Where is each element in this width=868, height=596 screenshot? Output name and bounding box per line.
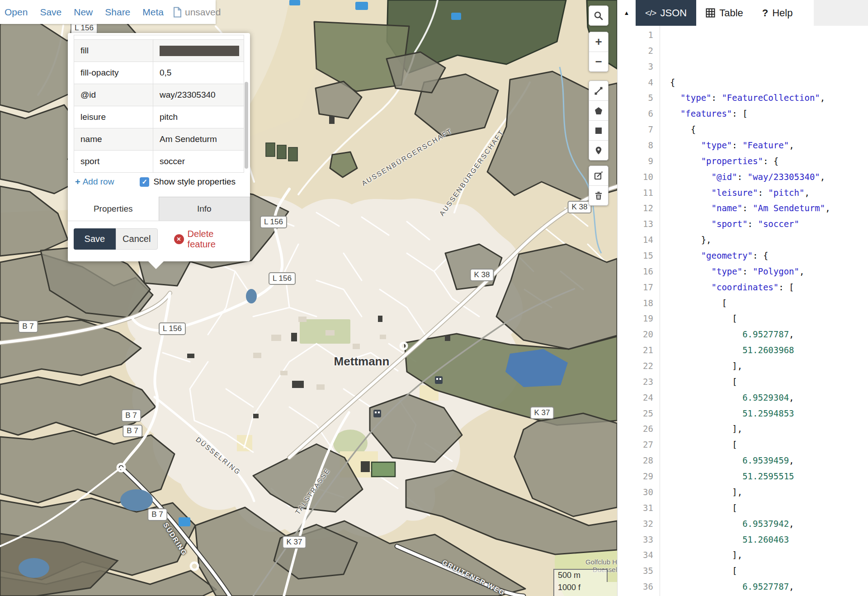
menu-open[interactable]: Open xyxy=(5,7,28,18)
code-line: 6.9539459, xyxy=(670,453,868,468)
code-line: [ xyxy=(670,563,868,579)
scale-control: 500 m 1000 f xyxy=(553,569,617,596)
line-number: 10 xyxy=(618,169,653,185)
line-number: 35 xyxy=(618,563,653,579)
property-row: fill xyxy=(74,40,244,62)
property-value-text: pitch xyxy=(160,112,178,122)
line-number: 26 xyxy=(618,421,653,437)
property-row: name Am Sendeturm xyxy=(74,128,244,151)
draw-rectangle-button[interactable] xyxy=(589,121,608,141)
collapse-panel-button[interactable]: ▲ xyxy=(618,0,636,26)
property-key-cell[interactable]: @id xyxy=(74,84,153,106)
delete-feature-button[interactable]: ✕ Delete feature xyxy=(174,229,244,250)
zoom-control-group: + − xyxy=(589,32,609,72)
properties-table: fill fill-opacity 0,5 @id way/23305340 xyxy=(74,35,244,173)
draw-line-button[interactable] xyxy=(589,81,608,101)
code-line: [ xyxy=(670,295,868,311)
property-value-cell[interactable]: 0,5 xyxy=(153,62,244,84)
code-line: 51.2603968 xyxy=(670,342,868,358)
property-row: leisure pitch xyxy=(74,106,244,128)
line-number: 2 xyxy=(618,43,653,59)
save-button[interactable]: Save xyxy=(74,228,116,250)
cancel-button[interactable]: Cancel xyxy=(116,228,158,250)
line-number: 9 xyxy=(618,153,653,169)
line-number: 15 xyxy=(618,248,653,264)
property-value-cell[interactable]: soccer xyxy=(153,151,244,172)
draw-marker-button[interactable] xyxy=(589,141,608,160)
table-scrollbar[interactable] xyxy=(245,82,248,169)
add-row-button[interactable]: + Add row xyxy=(75,177,114,187)
property-key-cell[interactable]: name xyxy=(74,128,153,150)
line-number-gutter: 1234567891011121314151617181920212223242… xyxy=(618,26,660,596)
code-line: "type": "Polygon", xyxy=(670,264,868,279)
code-line: "type": "FeatureCollection", xyxy=(670,90,868,106)
tab-bar-spacer xyxy=(802,0,814,26)
code-text[interactable]: { "type": "FeatureCollection", "features… xyxy=(660,26,868,596)
tab-table-label: Table xyxy=(719,7,743,19)
line-number: 17 xyxy=(618,279,653,295)
line-number: 30 xyxy=(618,484,653,500)
property-value-cell[interactable]: way/23305340 xyxy=(153,84,244,106)
menu-meta[interactable]: Meta xyxy=(142,7,164,18)
property-value-text: 0,5 xyxy=(160,68,171,78)
table-actions-bar: + Add row ✓ Show style properties xyxy=(75,176,244,188)
draw-polygon-button[interactable] xyxy=(589,101,608,121)
code-line: 51.2595515 xyxy=(670,468,868,484)
code-line: [ xyxy=(670,437,868,453)
tab-table[interactable]: Table xyxy=(696,0,753,26)
property-key-cell[interactable]: fill-opacity xyxy=(74,62,153,84)
code-line: "name": "Am Sendeturm", xyxy=(670,200,868,216)
line-number: 20 xyxy=(618,326,653,342)
line-number: 22 xyxy=(618,358,653,374)
property-key-cell[interactable]: leisure xyxy=(74,106,153,128)
code-line: 51.2594853 xyxy=(670,406,868,421)
line-tool-icon xyxy=(594,86,604,96)
line-number: 5 xyxy=(618,90,653,106)
code-line: [ xyxy=(670,311,868,326)
code-line: "type": "Feature", xyxy=(670,137,868,153)
search-button[interactable] xyxy=(589,6,608,25)
code-line: 6.9527787, xyxy=(670,579,868,595)
property-value-text: soccer xyxy=(160,156,185,166)
edit-feature-button[interactable] xyxy=(589,166,608,186)
line-number: 28 xyxy=(618,453,653,468)
tab-json-label: JSON xyxy=(660,7,687,19)
property-value-cell[interactable]: pitch xyxy=(153,106,244,128)
edit-icon xyxy=(594,171,604,181)
code-line: { xyxy=(670,75,868,90)
menu-new[interactable]: New xyxy=(74,7,93,18)
marker-tool-icon xyxy=(594,146,604,156)
property-key-cell[interactable]: sport xyxy=(74,151,153,172)
property-key-cell[interactable]: fill xyxy=(74,40,153,61)
table-grid-icon xyxy=(706,8,715,18)
line-number: 34 xyxy=(618,547,653,563)
tab-info[interactable]: Info xyxy=(159,197,250,221)
show-style-properties-checkbox[interactable]: ✓ xyxy=(140,177,149,187)
code-line: "properties": { xyxy=(670,153,868,169)
line-number: 12 xyxy=(618,200,653,216)
scale-imperial: 1000 f xyxy=(553,582,617,596)
save-status-text: unsaved xyxy=(185,7,221,18)
property-value-cell[interactable] xyxy=(153,40,244,61)
fill-color-swatch[interactable] xyxy=(160,46,239,56)
delete-tool-button[interactable] xyxy=(589,186,608,205)
property-row: sport soccer xyxy=(74,151,244,172)
property-value-cell[interactable]: Am Sendeturm xyxy=(153,128,244,150)
tab-properties[interactable]: Properties xyxy=(68,197,159,221)
tab-help-label: Help xyxy=(772,7,793,19)
menu-share[interactable]: Share xyxy=(105,7,130,18)
show-style-properties-label[interactable]: Show style properties xyxy=(153,177,236,187)
zoom-in-button[interactable]: + xyxy=(589,32,608,52)
zoom-out-button[interactable]: − xyxy=(589,52,608,71)
geojson-editor-panel: ▲ </> JSON Table ? Help 1234567891011121… xyxy=(617,0,868,596)
draw-tools-group xyxy=(589,80,609,161)
line-number: 11 xyxy=(618,185,653,201)
code-line: "coordinates": [ xyxy=(670,279,868,295)
line-number: 13 xyxy=(618,216,653,232)
menu-save[interactable]: Save xyxy=(40,7,61,18)
code-line: 6.9527787, xyxy=(670,326,868,342)
tab-json[interactable]: </> JSON xyxy=(636,0,696,26)
line-number: 14 xyxy=(618,232,653,248)
tab-help[interactable]: ? Help xyxy=(753,0,802,26)
line-number: 32 xyxy=(618,516,653,532)
